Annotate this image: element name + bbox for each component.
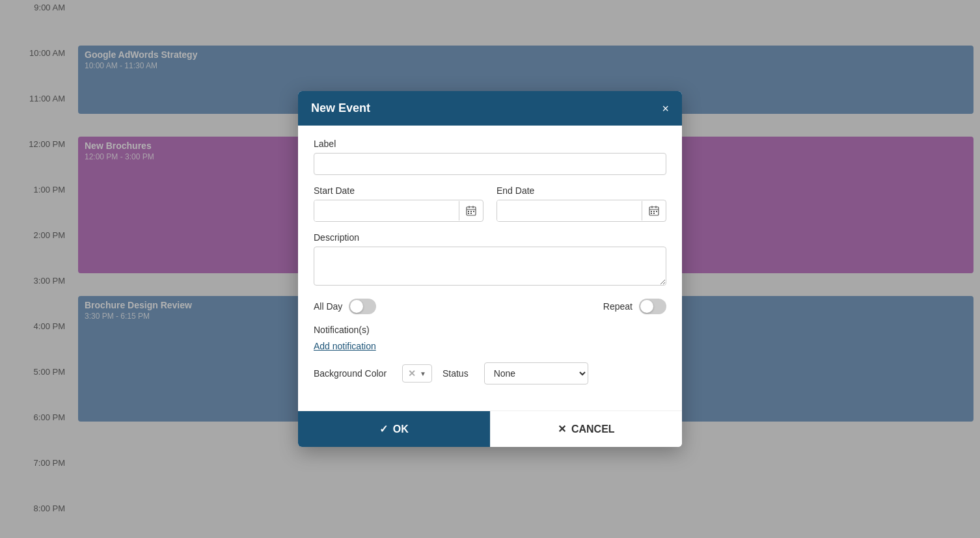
calendar-icon [466,206,476,216]
svg-rect-13 [651,211,652,212]
modal-header: New Event × [298,91,682,126]
repeat-group: Repeat [490,299,666,314]
end-date-input-wrap: 2021-Oct-11 20:00 [497,200,666,222]
modal-overlay: New Event × Label Start Date 2021-Oct-11… [0,0,980,538]
svg-rect-17 [653,213,655,214]
ok-button[interactable]: ✓ OK [298,411,490,447]
label-group: Label [314,139,666,175]
end-date-input[interactable]: 2021-Oct-11 20:00 [497,200,642,221]
notifications-section: Notification(s) Add notification [314,325,666,352]
bg-color-select[interactable]: ✕ ▼ [402,364,432,383]
all-day-toggle[interactable] [349,299,376,314]
svg-rect-4 [468,211,469,212]
all-day-group: All Day [314,299,490,314]
toggles-row: All Day Repeat [314,299,666,314]
svg-rect-14 [653,211,655,212]
svg-rect-6 [473,211,474,212]
modal-title: New Event [311,101,370,115]
color-chevron-icon: ▼ [420,370,426,377]
bg-color-label: Background Color [314,368,387,379]
cancel-label: CANCEL [571,424,615,435]
description-label: Description [314,232,666,243]
svg-rect-7 [468,213,469,214]
notifications-label: Notification(s) [314,325,666,335]
dates-row: Start Date 2021-Oct-11 19:00 [314,185,666,222]
ok-check-icon: ✓ [379,423,388,435]
status-label: Status [442,368,469,379]
label-field-label: Label [314,139,666,149]
bottom-controls-row: Background Color ✕ ▼ Status NoneTentativ… [314,362,666,384]
svg-rect-8 [470,213,472,214]
svg-rect-5 [470,211,472,212]
add-notification-button[interactable]: Add notification [314,341,376,351]
modal-body: Label Start Date 2021-Oct-11 19:00 [298,126,682,410]
svg-rect-16 [651,213,652,214]
repeat-toggle[interactable] [639,299,666,314]
start-date-input-wrap: 2021-Oct-11 19:00 [314,200,483,222]
end-date-label: End Date [497,185,666,196]
new-event-modal: New Event × Label Start Date 2021-Oct-11… [298,91,682,447]
svg-rect-15 [656,211,657,212]
label-input[interactable] [314,153,666,175]
all-day-label: All Day [314,301,342,312]
start-date-group: Start Date 2021-Oct-11 19:00 [314,185,483,222]
cancel-x-icon: ✕ [558,423,566,435]
start-date-calendar-button[interactable] [459,201,483,221]
status-select[interactable]: NoneTentativeConfirmedCancelled [484,362,588,384]
modal-footer: ✓ OK ✕ CANCEL [298,410,682,447]
start-date-input[interactable]: 2021-Oct-11 19:00 [314,200,459,221]
description-group: Description [314,232,666,288]
start-date-label: Start Date [314,185,483,196]
description-input[interactable] [314,247,666,286]
calendar-icon-2 [649,206,659,216]
cancel-button[interactable]: ✕ CANCEL [490,411,683,447]
ok-label: OK [393,424,409,435]
modal-close-button[interactable]: × [662,103,669,114]
end-date-calendar-button[interactable] [642,201,666,221]
repeat-label: Repeat [603,301,633,312]
color-x-icon: ✕ [408,368,416,379]
end-date-group: End Date 2021-Oct-11 20:00 [497,185,666,222]
